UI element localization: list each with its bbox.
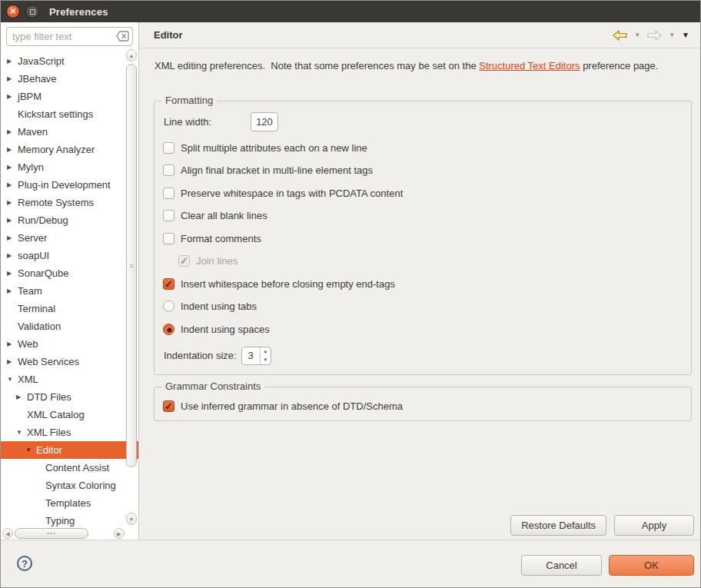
checkbox-row-format-comments: Format comments [163, 232, 682, 245]
insert-whitespace-before-closing-empty-end-tags-label[interactable]: Insert whitespace before closing empty e… [181, 278, 395, 290]
format-comments-label[interactable]: Format comments [181, 233, 261, 244]
tree-item-typing[interactable]: Typing [1, 512, 138, 527]
format-comments-checkbox[interactable] [163, 233, 174, 244]
tree-item-mylyn[interactable]: ▶Mylyn [1, 158, 138, 176]
scroll-right-icon[interactable]: ▶ [114, 528, 125, 539]
insert-whitespace-before-closing-empty-end-tags-checkbox[interactable] [163, 278, 174, 290]
chevron-down-icon[interactable]: ▼ [5, 376, 18, 383]
indentation-size-stepper[interactable]: 3 ▲ ▼ [241, 347, 271, 365]
spinner-down-icon[interactable]: ▼ [261, 356, 271, 364]
tree-item-team[interactable]: ▶Team [1, 282, 138, 300]
clear-filter-icon[interactable] [116, 31, 129, 42]
tree-item-content-assist[interactable]: Content Assist [1, 459, 138, 477]
apply-button[interactable]: Apply [614, 515, 694, 536]
maximize-icon[interactable] [25, 5, 39, 18]
chevron-right-icon[interactable]: ▶ [5, 181, 18, 188]
forward-history-dropdown-icon[interactable]: ▼ [669, 32, 675, 38]
indent-using-spaces-radio[interactable] [163, 324, 174, 335]
chevron-right-icon[interactable]: ▶ [5, 58, 18, 65]
cancel-button[interactable]: Cancel [521, 555, 602, 576]
chevron-right-icon[interactable]: ▶ [5, 75, 18, 82]
preserve-whitespace-in-tags-with-pcdata-content-checkbox[interactable] [163, 188, 174, 199]
description-text-after: preference page. [580, 60, 659, 71]
chevron-right-icon[interactable]: ▶ [5, 358, 18, 365]
tree-item-jbehave[interactable]: ▶JBehave [1, 70, 138, 88]
tree-item-label: XML Files [27, 427, 71, 438]
scroll-up-icon[interactable]: ▲ [126, 49, 137, 61]
join-lines-checkbox [178, 255, 190, 267]
tree-item-validation[interactable]: Validation [1, 317, 138, 335]
tree-item-label: Syntax Coloring [45, 480, 116, 491]
indent-using-spaces-label[interactable]: Indent using spaces [181, 324, 270, 335]
chevron-right-icon[interactable]: ▶ [5, 199, 18, 206]
tree-item-sonarqube[interactable]: ▶SonarQube [1, 264, 138, 282]
tree-item-jbpm[interactable]: ▶jBPM [1, 88, 138, 105]
split-multiple-attributes-each-on-a-new-line-label[interactable]: Split multiple attributes each on a new … [181, 142, 367, 154]
tree-item-web-services[interactable]: ▶Web Services [1, 353, 138, 370]
back-history-dropdown-icon[interactable]: ▼ [634, 32, 640, 38]
chevron-right-icon[interactable]: ▶ [5, 217, 18, 224]
chevron-right-icon[interactable]: ▶ [5, 93, 18, 100]
dialog-footer: ? Cancel OK [1, 540, 700, 587]
vertical-scrollbar-thumb[interactable]: ≡ [126, 64, 137, 467]
close-icon[interactable]: ✕ [6, 5, 20, 18]
tree-item-xml-files[interactable]: ▼XML Files [1, 424, 138, 441]
tree-item-terminal[interactable]: Terminal [1, 300, 138, 317]
chevron-right-icon[interactable]: ▶ [5, 252, 18, 259]
ok-button[interactable]: OK [609, 555, 694, 576]
tree-item-xml-catalog[interactable]: XML Catalog [1, 406, 138, 424]
back-arrow-icon[interactable] [613, 30, 627, 41]
chevron-down-icon[interactable]: ▼ [15, 429, 27, 436]
use-inferred-grammar-label[interactable]: Use inferred grammar in absence of DTD/S… [181, 400, 403, 412]
chevron-right-icon[interactable]: ▶ [15, 394, 27, 400]
split-multiple-attributes-each-on-a-new-line-checkbox[interactable] [163, 142, 174, 154]
chevron-right-icon[interactable]: ▶ [5, 234, 18, 241]
restore-defaults-button[interactable]: Restore Defaults [510, 515, 606, 536]
view-menu-icon[interactable]: ▼ [682, 31, 689, 39]
tree-item-dtd-files[interactable]: ▶DTD Files [1, 388, 138, 406]
tree-item-kickstart-settings[interactable]: Kickstart settings [1, 105, 138, 123]
tree-item-memory-analyzer[interactable]: ▶Memory Analyzer [1, 141, 138, 158]
preserve-whitespace-in-tags-with-pcdata-content-label[interactable]: Preserve whitespace in tags with PCDATA … [181, 188, 403, 199]
clear-all-blank-lines-checkbox[interactable] [163, 210, 174, 221]
page-header: Editor ▼ ▼ ▼ [139, 22, 700, 48]
help-icon[interactable]: ? [17, 556, 32, 571]
indent-using-tabs-label[interactable]: Indent using tabs [181, 301, 257, 312]
align-final-bracket-in-multi-line-element-tags-checkbox[interactable] [163, 164, 174, 176]
chevron-right-icon[interactable]: ▶ [5, 128, 18, 135]
scroll-left-icon[interactable]: ◀ [2, 528, 13, 539]
spinner-up-icon[interactable]: ▲ [261, 347, 271, 356]
tree-item-soapui[interactable]: ▶soapUI [1, 247, 138, 264]
checkbox-row-insert-whitespace-before-closing-empty-end-tags: Insert whitespace before closing empty e… [163, 277, 682, 291]
filter-input[interactable] [6, 27, 133, 46]
tree-item-label: Web Services [18, 356, 79, 367]
chevron-right-icon[interactable]: ▶ [5, 341, 18, 347]
tree-item-label: SonarQube [18, 267, 69, 279]
tree-item-syntax-coloring[interactable]: Syntax Coloring [1, 477, 138, 494]
chevron-right-icon[interactable]: ▶ [5, 146, 18, 153]
chevron-down-icon[interactable]: ▼ [24, 447, 36, 453]
scroll-down-icon[interactable]: ▼ [126, 513, 137, 525]
line-width-input[interactable] [251, 112, 278, 131]
tree-item-remote-systems[interactable]: ▶Remote Systems [1, 194, 138, 211]
indent-using-tabs-radio[interactable] [163, 301, 174, 312]
tree-item-plug-in-development[interactable]: ▶Plug-in Development [1, 176, 138, 194]
chevron-right-icon[interactable]: ▶ [5, 270, 18, 277]
tree-item-xml[interactable]: ▼XML [1, 370, 138, 388]
align-final-bracket-in-multi-line-element-tags-label[interactable]: Align final bracket in multi-line elemen… [181, 164, 373, 176]
tree-item-server[interactable]: ▶Server [1, 229, 138, 247]
clear-all-blank-lines-label[interactable]: Clear all blank lines [181, 210, 267, 221]
tree-item-run-debug[interactable]: ▶Run/Debug [1, 211, 138, 229]
tree-item-editor[interactable]: ▼Editor [1, 441, 138, 459]
tree-item-templates[interactable]: Templates [1, 494, 138, 512]
horizontal-scrollbar-thumb[interactable]: ••• [15, 528, 88, 539]
tree-item-web[interactable]: ▶Web [1, 335, 138, 353]
chevron-right-icon[interactable]: ▶ [5, 287, 18, 294]
tree-item-maven[interactable]: ▶Maven [1, 123, 138, 141]
tree-item-javascript[interactable]: ▶JavaScript [1, 52, 138, 70]
use-inferred-grammar-checkbox[interactable] [163, 400, 174, 412]
chevron-right-icon[interactable]: ▶ [5, 164, 18, 171]
forward-arrow-icon[interactable] [647, 30, 662, 41]
preferences-tree: ▶JavaScript▶JBehave▶jBPMKickstart settin… [1, 49, 138, 527]
structured-text-editors-link[interactable]: Structured Text Editors [479, 60, 580, 71]
